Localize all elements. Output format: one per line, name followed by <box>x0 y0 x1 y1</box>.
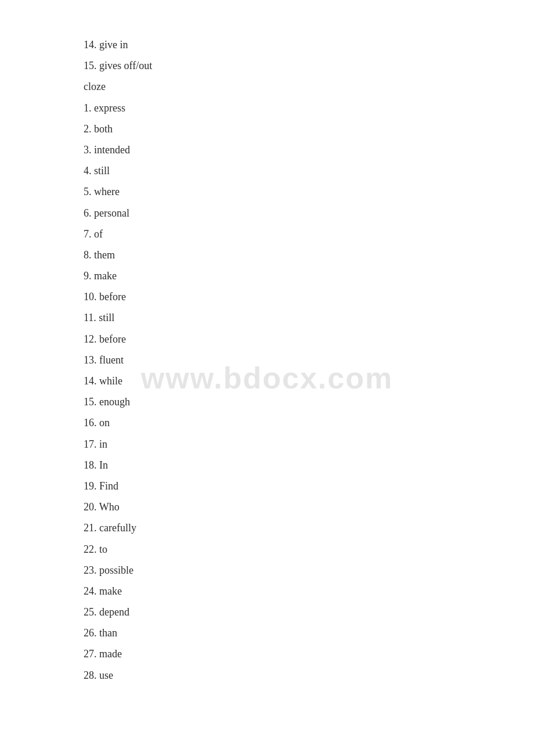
list-item: 10. before <box>84 287 534 307</box>
list-item: 15. gives off/out <box>84 56 534 75</box>
list-item: 25. depend <box>84 602 534 622</box>
main-content: 14. give in15. gives off/outcloze1. expr… <box>0 0 534 721</box>
list-item: cloze <box>84 77 534 96</box>
list-item: 3. intended <box>84 140 534 160</box>
list-item: 4. still <box>84 161 534 181</box>
list-item: 15. enough <box>84 392 534 412</box>
list-item: 23. possible <box>84 560 534 580</box>
list-item: 9. make <box>84 266 534 286</box>
list-item: 27. made <box>84 644 534 664</box>
list-item: 13. fluent <box>84 350 534 370</box>
list-item: 21. carefully <box>84 518 534 538</box>
list-item: 28. use <box>84 665 534 685</box>
list-item: 22. to <box>84 539 534 559</box>
list-item: 11. still <box>84 308 534 327</box>
list-item: 24. make <box>84 581 534 601</box>
list-item: 6. personal <box>84 203 534 223</box>
list-item: 26. than <box>84 623 534 643</box>
list-item: 20. Who <box>84 497 534 517</box>
list-item: 8. them <box>84 245 534 265</box>
list-item: 14. give in <box>84 35 534 55</box>
list-item: 7. of <box>84 224 534 244</box>
list-item: 19. Find <box>84 476 534 496</box>
list-item: 14. while <box>84 371 534 391</box>
list-item: 1. express <box>84 98 534 118</box>
list-item: 17. in <box>84 434 534 454</box>
list-item: 12. before <box>84 329 534 349</box>
list-item: 18. In <box>84 455 534 475</box>
list-item: 2. both <box>84 119 534 139</box>
list-item: 5. where <box>84 182 534 201</box>
list-item: 16. on <box>84 413 534 433</box>
